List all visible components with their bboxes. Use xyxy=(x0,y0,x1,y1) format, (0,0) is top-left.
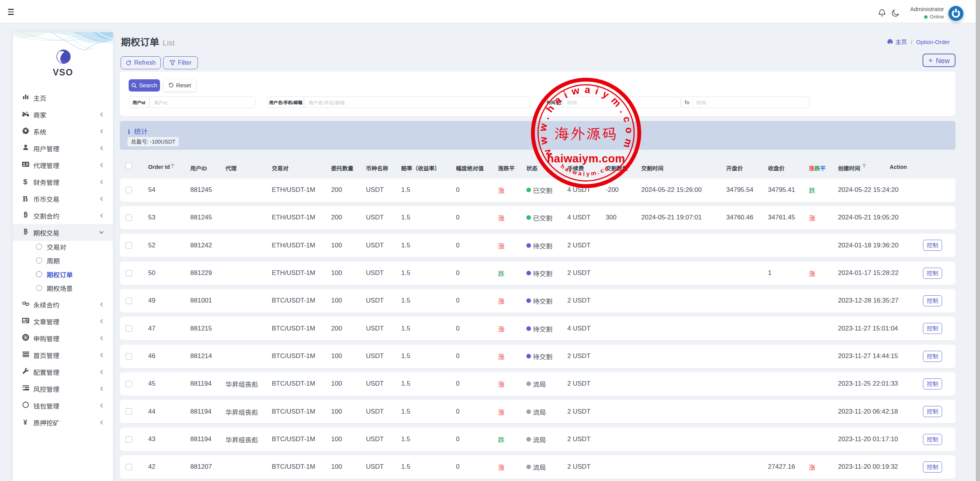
svg-text:海外源码: 海外源码 xyxy=(554,124,618,143)
svg-text:haiwaiym.com: haiwaiym.com xyxy=(547,152,625,165)
